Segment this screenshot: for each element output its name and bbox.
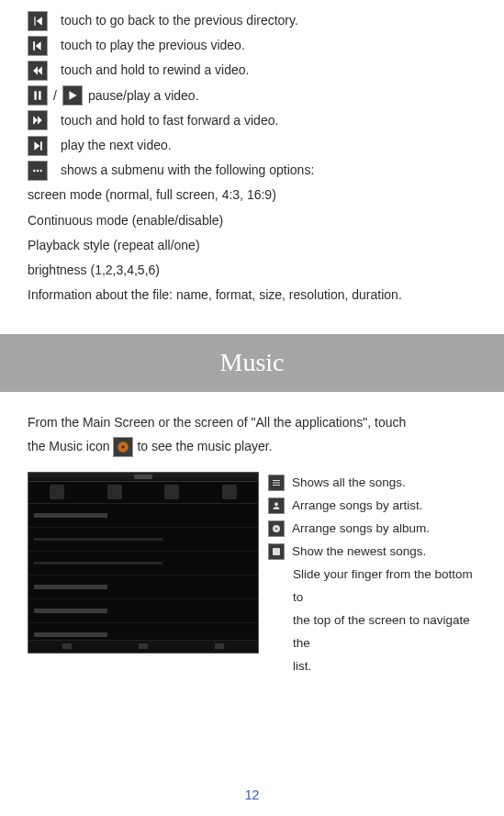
pause-play-sep: / (53, 84, 57, 107)
svg-point-8 (274, 502, 278, 506)
album-text: Arrange songs by album. (292, 518, 476, 541)
music-intro-after-icon: to see the music player. (137, 434, 272, 459)
submenu-line-4: brightness (1,2,3,4,5,6) (28, 259, 476, 282)
fast-forward-icon (28, 110, 48, 130)
newest-text: Show the newest songs. (292, 541, 476, 564)
rewind-text: touch and hold to rewind a video. (61, 59, 249, 82)
section-title-music: Music (0, 334, 504, 391)
artist-icon (268, 497, 285, 514)
svg-point-1 (37, 170, 39, 172)
svg-point-4 (122, 445, 125, 448)
menu-text: shows a submenu with the following optio… (61, 159, 314, 182)
play-icon (62, 85, 83, 106)
submenu-line-5: Information about the file: name, format… (28, 284, 476, 307)
svg-rect-7 (273, 485, 280, 486)
page-number: 12 (0, 784, 504, 807)
submenu-line-3: Playback style (repeat all/one) (28, 234, 476, 257)
music-app-icon (113, 437, 133, 457)
back-icon (28, 11, 48, 31)
pause-play-text: pause/play a video. (88, 84, 199, 107)
music-player-screenshot (28, 472, 259, 654)
submenu-line-1: screen mode (normal, full screen, 4:3, 1… (28, 184, 476, 207)
ffwd-text: touch and hold to fast forward a video. (61, 109, 278, 132)
menu-icon (28, 161, 48, 181)
slide-text-3: list. (268, 655, 476, 678)
all-songs-icon (268, 475, 285, 491)
music-intro-before-icon: the Music icon (28, 434, 109, 459)
submenu-line-2: Continuous mode (enable/disable) (28, 209, 476, 232)
next-video-text: play the next video. (61, 134, 172, 157)
next-video-icon (28, 136, 48, 156)
svg-rect-11 (273, 548, 280, 555)
back-text: touch to go back to the previous directo… (61, 9, 298, 32)
album-icon (268, 520, 285, 537)
all-songs-text: Shows all the songs. (292, 472, 476, 495)
svg-point-10 (275, 528, 277, 530)
rewind-icon (28, 61, 48, 81)
artist-text: Arrange songs by artist. (292, 495, 476, 518)
svg-point-2 (39, 170, 41, 172)
slide-text-1: Slide your finger from the bottom to (268, 564, 476, 609)
prev-video-text: touch to play the previous video. (61, 34, 245, 57)
prev-video-icon (28, 36, 48, 56)
music-intro-line1: From the Main Screen or the screen of "A… (28, 410, 476, 435)
pause-icon (28, 85, 48, 106)
slide-text-2: the top of the screen to navigate the (268, 609, 476, 655)
svg-rect-6 (273, 482, 280, 483)
svg-rect-5 (273, 480, 280, 481)
newest-icon (268, 543, 285, 560)
svg-point-0 (33, 170, 35, 172)
